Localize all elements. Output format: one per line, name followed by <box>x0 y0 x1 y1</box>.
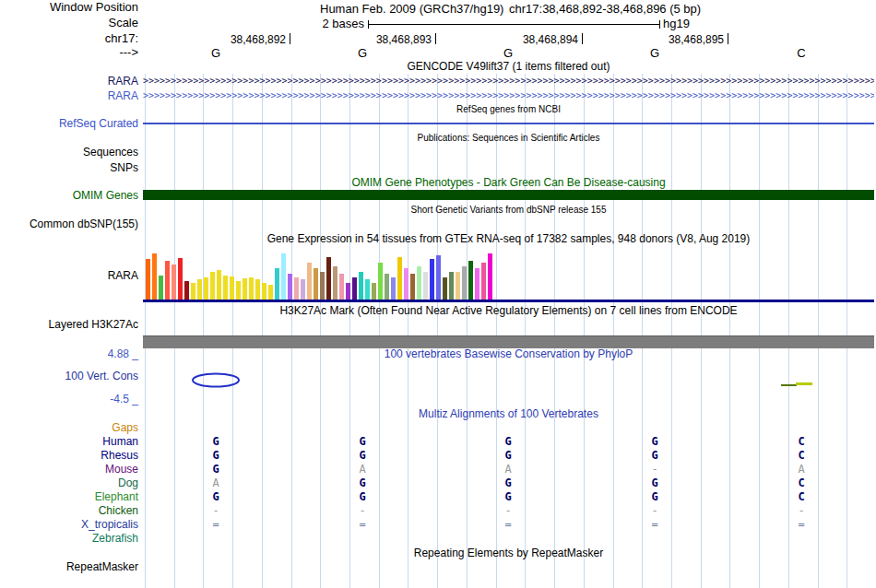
gtex-bar[interactable] <box>275 268 279 300</box>
refseq-gene-item[interactable] <box>143 123 874 124</box>
gencode-item-label[interactable]: RARA <box>0 89 138 102</box>
gtex-bar[interactable] <box>184 281 189 300</box>
gtex-bar[interactable] <box>294 277 299 300</box>
gtex-bar[interactable] <box>230 276 234 300</box>
gtex-bar[interactable] <box>204 277 208 300</box>
species-label-human[interactable]: Human <box>0 435 138 448</box>
alignment-cell: G <box>207 435 224 448</box>
gtex-bar[interactable] <box>159 276 163 300</box>
gtex-bar[interactable] <box>217 270 221 300</box>
species-label-gaps[interactable]: Gaps <box>0 421 138 434</box>
gencode-item-label[interactable]: RARA <box>0 75 138 88</box>
h3k27ac-title[interactable]: H3K27Ac Mark (Often Found Near Active Re… <box>143 304 874 317</box>
gtex-bar[interactable] <box>385 274 389 300</box>
gtex-bar[interactable] <box>372 283 376 300</box>
alignment-cell: G <box>500 435 516 448</box>
gtex-bar[interactable] <box>449 272 454 300</box>
gtex-bar[interactable] <box>468 261 473 300</box>
gtex-bar[interactable] <box>481 263 486 300</box>
gtex-bar[interactable] <box>172 265 176 300</box>
gtex-bar[interactable] <box>197 279 202 300</box>
dbsnp-label[interactable]: Common dbSNP(155) <box>0 218 138 230</box>
sequences-label[interactable]: Sequences <box>0 146 138 159</box>
h3k27ac-signal-bar[interactable] <box>143 335 874 348</box>
gtex-bar[interactable] <box>346 283 350 300</box>
alignment-cell: = <box>500 518 516 531</box>
gtex-bar[interactable] <box>359 272 363 300</box>
gtex-bar[interactable] <box>268 285 273 300</box>
refseq-curated-label[interactable]: RefSeq Curated <box>0 117 138 130</box>
gtex-bar[interactable] <box>352 277 357 300</box>
gtex-bar[interactable] <box>281 253 286 300</box>
gtex-bar[interactable] <box>146 259 150 300</box>
h3k27ac-label[interactable]: Layered H3K27Ac <box>0 318 138 331</box>
snps-label[interactable]: SNPs <box>0 161 138 174</box>
gtex-bar[interactable] <box>417 266 421 300</box>
gtex-bar[interactable] <box>210 272 215 300</box>
gencode-item-arrows[interactable]: >>>>>>>>>>>>>>>>>>>>>>>>>>>>>>>>>>>>>>>>… <box>143 76 874 86</box>
gtex-bar[interactable] <box>288 274 292 300</box>
gtex-title[interactable]: Gene Expression in 54 tissues from GTEx … <box>143 232 874 245</box>
gtex-bar[interactable] <box>262 283 266 300</box>
alignment-cell: A <box>793 463 810 476</box>
gtex-bar[interactable] <box>152 253 157 300</box>
coordinate-label: 38,468,892 <box>205 33 286 46</box>
gtex-bar[interactable] <box>443 277 447 300</box>
publications-title[interactable]: Publications: Sequences in Scientific Ar… <box>143 133 874 144</box>
species-label-zebrafish[interactable]: Zebrafish <box>0 532 138 545</box>
scale-value: 2 bases <box>276 17 364 30</box>
gtex-bar[interactable] <box>178 258 183 300</box>
gtex-bar[interactable] <box>488 253 492 300</box>
coordinate-tick <box>290 33 290 44</box>
gtex-bar[interactable] <box>191 283 195 300</box>
gtex-bar[interactable] <box>333 266 337 300</box>
gtex-bar[interactable] <box>423 272 428 300</box>
species-label-rhesus[interactable]: Rhesus <box>0 449 138 462</box>
gtex-bar[interactable] <box>301 279 305 300</box>
omim-title[interactable]: OMIM Gene Phenotypes - Dark Green Can Be… <box>143 176 874 189</box>
species-label-chicken[interactable]: Chicken <box>0 504 138 517</box>
repeatmasker-label[interactable]: RepeatMasker <box>0 560 138 573</box>
gtex-bar[interactable] <box>339 274 344 300</box>
phylop-track-label[interactable]: 100 Vert. Cons <box>0 370 138 382</box>
gtex-bar[interactable] <box>462 266 467 300</box>
gtex-bar[interactable] <box>410 274 415 300</box>
gencode-title[interactable]: GENCODE V49lift37 (1 items filtered out) <box>143 60 874 73</box>
gtex-bar[interactable] <box>391 277 396 300</box>
omim-gene-item[interactable] <box>143 190 874 200</box>
species-label-x_tropicalis[interactable]: X_tropicalis <box>0 518 138 531</box>
gtex-bar[interactable] <box>249 277 254 300</box>
gtex-bar[interactable] <box>307 263 312 300</box>
species-label-mouse[interactable]: Mouse <box>0 463 138 476</box>
multiz-title[interactable]: Multiz Alignments of 100 Vertebrates <box>143 407 874 420</box>
gtex-gene-label[interactable]: RARA <box>0 269 138 282</box>
gtex-bar[interactable] <box>314 268 318 300</box>
refseq-title[interactable]: RefSeq genes from NCBI <box>143 104 874 115</box>
gtex-bar[interactable] <box>243 278 247 300</box>
gtex-bar[interactable] <box>378 263 383 300</box>
gtex-bar[interactable] <box>436 255 441 300</box>
gtex-bar[interactable] <box>365 279 370 300</box>
gtex-bar[interactable] <box>255 279 260 300</box>
coordinate-label: 38,468,893 <box>350 33 432 46</box>
omim-genes-label[interactable]: OMIM Genes <box>0 189 138 202</box>
gtex-bar[interactable] <box>165 261 170 300</box>
gtex-bar[interactable] <box>326 257 331 300</box>
genome-label: hg19 <box>663 17 690 30</box>
gtex-bar[interactable] <box>223 276 228 300</box>
species-label-dog[interactable]: Dog <box>0 476 138 489</box>
species-label-elephant[interactable]: Elephant <box>0 490 138 503</box>
gtex-bar[interactable] <box>236 281 241 300</box>
gtex-bar[interactable] <box>404 268 408 300</box>
repeatmasker-title[interactable]: Repeating Elements by RepeatMasker <box>143 547 874 559</box>
gtex-bar[interactable] <box>320 272 325 300</box>
gtex-bar[interactable] <box>397 257 402 300</box>
phylop-title[interactable]: 100 vertebrates Basewise Conservation by… <box>143 347 874 360</box>
gtex-bar[interactable] <box>475 268 479 300</box>
gtex-bar[interactable] <box>430 259 434 300</box>
alignment-cell: A <box>207 476 224 489</box>
gencode-item-arrows[interactable]: >>>>>>>>>>>>>>>>>>>>>>>>>>>>>>>>>>>>>>>>… <box>143 90 874 100</box>
gtex-bar[interactable] <box>456 272 460 300</box>
position-range: chr17:38,468,892-38,468,896 (5 bp) <box>509 2 701 16</box>
dbsnp-title[interactable]: Short Genetic Variants from dbSNP releas… <box>143 205 874 216</box>
